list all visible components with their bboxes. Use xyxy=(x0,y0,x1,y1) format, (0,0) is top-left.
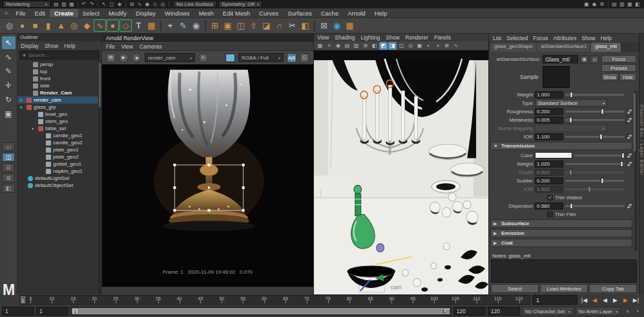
start-ipr-button[interactable]: ▶ xyxy=(119,53,129,63)
slider-handle[interactable] xyxy=(621,153,625,158)
menu-grip-icon[interactable]: ≡ xyxy=(5,10,8,16)
outliner-item[interactable]: bowl_geo xyxy=(17,111,101,118)
attribute-editor-tab[interactable]: aiStandardSurface1 xyxy=(537,43,591,52)
extrude-icon[interactable]: ⇧ xyxy=(247,19,260,32)
layout-four-pane[interactable]: ⊞ xyxy=(2,173,15,182)
paint-select-tool[interactable]: ✎ xyxy=(2,65,16,78)
snap-to-curve-icon[interactable]: ∿ xyxy=(136,1,143,8)
menu-item[interactable]: Cache xyxy=(317,9,343,17)
attribute-editor-menu-item[interactable]: Selected xyxy=(506,35,528,41)
rotate-tool[interactable]: ↻ xyxy=(2,93,16,106)
stop-render-button[interactable]: ■ xyxy=(132,53,141,63)
symmetry-field[interactable]: Symmetry: Off xyxy=(218,1,262,8)
go-to-start-button[interactable]: |◀ xyxy=(579,295,589,305)
outliner-menu-item[interactable]: Display xyxy=(21,43,39,49)
outliner-menu-item[interactable]: Help xyxy=(64,43,75,49)
scale-tool[interactable]: ▣ xyxy=(2,107,16,120)
menu-item[interactable]: Edit Mesh xyxy=(218,9,254,17)
notes-area[interactable] xyxy=(491,259,637,283)
hypershade-icon[interactable]: ◉ xyxy=(331,19,343,32)
ipr-render-icon[interactable]: ◉ xyxy=(590,1,598,8)
show-button[interactable]: Show xyxy=(601,73,618,81)
playback-range[interactable]: 1 120 xyxy=(72,308,450,314)
attribute-editor-tab[interactable]: glass_geoShape xyxy=(490,43,537,52)
right-sidebar-strip[interactable]: Channel Box / Layer Editor xyxy=(639,34,644,294)
attribute-editor-menu-item[interactable]: Show xyxy=(581,35,595,41)
render-current-frame-icon[interactable]: ▣ xyxy=(583,1,590,8)
undo-icon[interactable]: ↶ xyxy=(80,1,88,8)
outliner-item[interactable]: goblet_geo1 xyxy=(17,160,101,168)
2d-pan-zoom-icon[interactable]: ⊞ xyxy=(361,42,369,50)
bookmarks-icon[interactable]: ▤ xyxy=(343,42,351,50)
texture-map-button[interactable] xyxy=(627,117,632,123)
attribute-slider[interactable] xyxy=(574,155,625,157)
circle-curve-icon[interactable]: ● xyxy=(107,19,119,32)
poly-cube-icon[interactable]: ■ xyxy=(29,19,41,32)
animation-start-field[interactable]: 1 xyxy=(2,307,34,316)
attribute-slider[interactable] xyxy=(565,171,625,173)
section-arrow-icon[interactable] xyxy=(493,231,499,236)
attribute-slider[interactable] xyxy=(565,111,625,113)
display-channel-selector[interactable]: RGBA / Full xyxy=(238,53,284,62)
type-tool-icon[interactable]: T xyxy=(132,19,145,32)
menu-item[interactable]: Mesh xyxy=(194,9,218,17)
attribute-slider[interactable] xyxy=(565,94,625,96)
node-name-field[interactable]: Glass_mtl xyxy=(543,55,578,63)
viewport-menu-item[interactable]: Lighting xyxy=(360,34,380,41)
outliner-search-input[interactable] xyxy=(28,52,97,58)
menu-item[interactable]: Create xyxy=(50,9,78,17)
lighting-icon[interactable]: ◐ xyxy=(424,42,433,50)
booleans-icon[interactable]: ⊞ xyxy=(209,19,221,32)
select-by-object-icon[interactable]: ◻ xyxy=(108,1,116,8)
animation-preferences-icon[interactable]: ◔ xyxy=(632,307,642,316)
outliner-item[interactable]: glass_grp xyxy=(17,104,101,111)
make-live-icon[interactable]: ◎ xyxy=(159,1,167,8)
render-view-menu-item[interactable]: Cameras xyxy=(140,43,161,50)
slider-handle[interactable] xyxy=(588,186,591,192)
save-scene-icon[interactable]: ▦ xyxy=(68,1,76,8)
viewport-menu-item[interactable]: Shading xyxy=(335,34,355,41)
outliner-item[interactable]: stem_geo xyxy=(17,118,101,125)
poly-cylinder-icon[interactable]: ▮ xyxy=(42,19,54,32)
attribute-value-field[interactable]: 0.010 xyxy=(535,169,563,176)
outliner-item[interactable]: candle_geo1 xyxy=(17,132,101,139)
render-view-title[interactable]: Arnold RenderView xyxy=(102,34,313,42)
texture-map-button[interactable] xyxy=(627,109,632,115)
layout-two-pane[interactable]: ◫ xyxy=(2,153,15,162)
range-start-handle[interactable]: 1 xyxy=(72,308,79,314)
slider-handle[interactable] xyxy=(569,169,572,175)
menu-item[interactable]: Surfaces xyxy=(283,9,317,17)
screen-space-ao-icon[interactable]: ⊠ xyxy=(442,42,451,50)
attribute-slider[interactable] xyxy=(565,119,625,121)
render-settings-icon[interactable]: ⚙ xyxy=(598,1,606,8)
layout-single-pane[interactable]: ▭ xyxy=(2,142,15,151)
attribute-value-field[interactable]: 1.020 xyxy=(535,160,563,168)
menu-item[interactable]: Display xyxy=(131,9,160,17)
slider-handle[interactable] xyxy=(599,134,603,140)
live-surface-field[interactable]: No Live Surface xyxy=(173,1,216,8)
refresh-render-button[interactable]: ↻ xyxy=(198,53,208,63)
go-to-end-button[interactable]: ▶| xyxy=(631,295,641,305)
attribute-value-field[interactable]: 0.200 xyxy=(535,177,563,184)
layout-outliner-persp[interactable]: ◧ xyxy=(2,184,15,193)
color-swatch[interactable] xyxy=(535,152,572,158)
channel-box-vertical-tab[interactable]: Channel Box / Layer Editor xyxy=(639,105,644,176)
background-color-swatch[interactable] xyxy=(225,54,235,62)
footer-button[interactable]: Copy Tab xyxy=(589,284,637,293)
attribute-slider[interactable] xyxy=(565,136,625,138)
hide-button[interactable]: Hide xyxy=(619,73,636,81)
lock-camera-icon[interactable]: ⌖ xyxy=(325,42,333,50)
attribute-checkbox[interactable] xyxy=(547,212,553,217)
viewport-menu-item[interactable]: Renderer xyxy=(406,34,428,41)
select-by-hierarchy-icon[interactable]: ↖ xyxy=(100,1,108,8)
menu-item[interactable]: Windows xyxy=(160,9,194,17)
snap-to-plane-icon[interactable]: ◇ xyxy=(151,1,159,8)
attribute-slider[interactable] xyxy=(565,188,625,190)
slider-handle[interactable] xyxy=(601,109,604,115)
textured-icon[interactable]: ▣ xyxy=(415,42,424,50)
snapshot-button[interactable]: ▤ xyxy=(106,53,116,63)
section-arrow-icon[interactable] xyxy=(493,221,499,226)
separate-icon[interactable]: ◫ xyxy=(234,19,247,32)
outliner-item[interactable]: plate_geo1 xyxy=(17,146,101,153)
outliner-item[interactable]: Render_Cam xyxy=(17,89,101,96)
